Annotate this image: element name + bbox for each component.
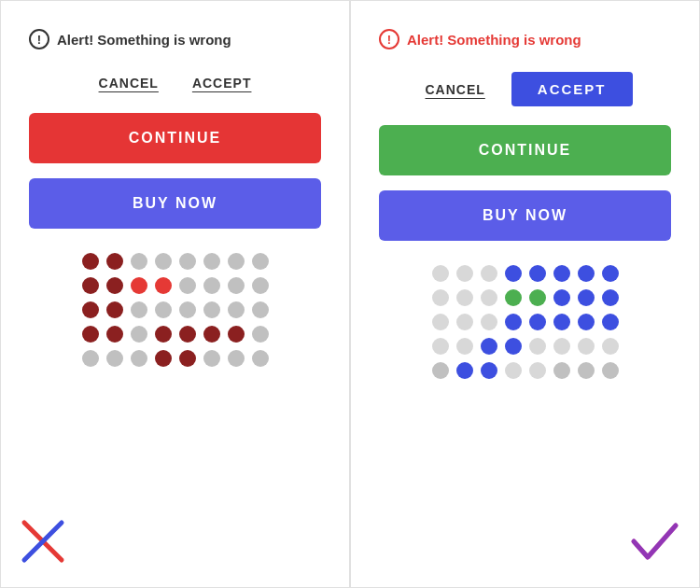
dot <box>106 253 123 270</box>
dot <box>252 301 269 318</box>
dot <box>155 326 172 343</box>
dot <box>432 362 449 379</box>
alert-icon-right: ! <box>379 29 399 49</box>
alert-text-left: Alert! Something is wrong <box>57 32 231 48</box>
alert-header-left: ! Alert! Something is wrong <box>29 29 321 49</box>
check-mark-right <box>629 518 680 568</box>
dot <box>155 277 172 294</box>
dot <box>82 253 99 270</box>
cancel-button-right[interactable]: CANCEL <box>417 72 492 106</box>
accept-button-left[interactable]: ACCEPT <box>185 72 259 94</box>
dot <box>553 338 570 355</box>
dot <box>456 338 473 355</box>
dot <box>602 338 619 355</box>
dot <box>602 265 619 282</box>
dot <box>578 265 595 282</box>
continue-button-left[interactable]: CONTINUE <box>29 113 321 163</box>
dot <box>252 326 269 343</box>
dot <box>82 277 99 294</box>
dot <box>529 338 546 355</box>
dot <box>505 338 522 355</box>
dot <box>228 301 245 318</box>
dot <box>578 314 595 330</box>
dot <box>505 289 522 306</box>
btn-row-right: CANCEL ACCEPT <box>379 72 671 106</box>
dots-grid-left <box>82 253 269 367</box>
dot <box>203 301 220 318</box>
dot <box>203 326 220 343</box>
dot <box>529 265 546 282</box>
dot <box>553 265 570 282</box>
dot <box>578 338 595 355</box>
accept-button-right[interactable]: ACCEPT <box>511 72 633 106</box>
dot <box>82 301 99 318</box>
dot <box>179 277 196 294</box>
dot <box>131 277 147 294</box>
dot <box>155 253 172 270</box>
cancel-button-left[interactable]: CANCEL <box>91 72 166 94</box>
dot <box>252 253 269 270</box>
dot <box>602 314 619 330</box>
dot <box>578 362 595 379</box>
dot <box>456 265 473 282</box>
dot <box>529 362 546 379</box>
dot <box>505 265 522 282</box>
dot <box>179 326 196 343</box>
dot <box>179 350 196 367</box>
dot <box>203 350 220 367</box>
dot <box>203 277 220 294</box>
continue-button-right[interactable]: CONTINUE <box>379 125 671 175</box>
dot <box>553 289 570 306</box>
dot <box>432 265 449 282</box>
dot <box>155 301 172 318</box>
dot <box>529 289 546 306</box>
dot <box>602 289 619 306</box>
dot <box>578 289 595 306</box>
alert-header-right: ! Alert! Something is wrong <box>379 29 671 49</box>
dot <box>456 314 473 330</box>
panel-right: ! Alert! Something is wrong CANCEL ACCEP… <box>350 0 700 588</box>
dot <box>228 277 245 294</box>
dot <box>456 289 473 306</box>
dot <box>155 350 172 367</box>
btn-row-left: CANCEL ACCEPT <box>29 72 321 94</box>
dot <box>228 253 245 270</box>
dot <box>82 350 99 367</box>
dot <box>432 314 449 330</box>
dot <box>481 362 497 379</box>
dot <box>602 362 619 379</box>
dot <box>505 314 522 330</box>
buynow-button-right[interactable]: BUY NOW <box>379 190 671 241</box>
dot <box>203 253 220 270</box>
dot <box>252 350 269 367</box>
dot <box>179 253 196 270</box>
main-container: ! Alert! Something is wrong CANCEL ACCEP… <box>0 0 700 588</box>
alert-text-right: Alert! Something is wrong <box>407 32 581 48</box>
dot <box>481 314 497 330</box>
dot <box>131 301 147 318</box>
dot <box>456 362 473 379</box>
cross-mark-left <box>20 518 66 568</box>
dot <box>82 326 99 343</box>
dot <box>553 314 570 330</box>
dot <box>179 301 196 318</box>
dot <box>131 253 147 270</box>
dot <box>106 350 123 367</box>
alert-icon-left: ! <box>29 29 49 49</box>
dot <box>131 326 147 343</box>
dot <box>106 326 123 343</box>
dot <box>228 350 245 367</box>
dots-grid-right <box>432 265 619 379</box>
dot <box>505 362 522 379</box>
dot <box>553 362 570 379</box>
dot <box>106 301 123 318</box>
dot <box>106 277 123 294</box>
panel-left: ! Alert! Something is wrong CANCEL ACCEP… <box>0 0 350 588</box>
dot <box>432 289 449 306</box>
dot <box>252 277 269 294</box>
dot <box>481 338 497 355</box>
buynow-button-left[interactable]: BUY NOW <box>29 178 321 229</box>
dot <box>481 289 497 306</box>
dot <box>481 265 497 282</box>
dot <box>131 350 147 367</box>
